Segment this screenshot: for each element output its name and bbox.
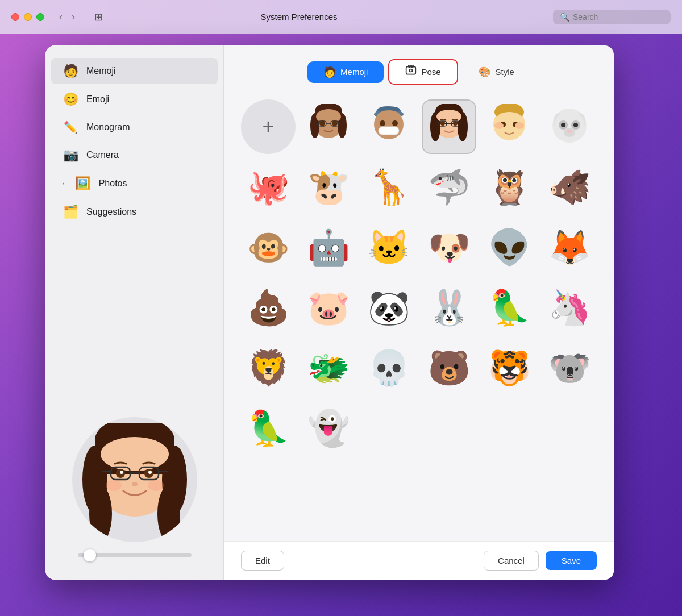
emoji-row-2: 🐙 🐮 🦒 🦈 🦉 🐗 (241, 160, 597, 214)
animal-green-parrot[interactable]: 🦜 (241, 401, 296, 455)
animal-panda[interactable]: 🐼 (361, 280, 416, 335)
svg-point-29 (316, 109, 341, 124)
emoji-row-3: 🐵 🤖 🐱 🐶 👽 🦊 (241, 220, 597, 274)
sidebar-item-suggestions[interactable]: 🗂️ Suggestions (51, 199, 218, 225)
svg-point-67 (561, 123, 565, 127)
sidebar-item-memoji-label: Memoji (86, 66, 116, 76)
avatar-container (45, 406, 223, 568)
slider-thumb[interactable] (84, 549, 96, 561)
memoji-cell-4[interactable] (482, 99, 537, 154)
search-icon: 🔍 (560, 13, 569, 22)
animal-cat[interactable]: 🐱 (361, 220, 416, 274)
animal-monkey[interactable]: 🐵 (241, 220, 296, 274)
sidebar-item-monogram-label: Monogram (86, 122, 130, 132)
svg-point-41 (392, 120, 398, 126)
svg-point-18 (106, 480, 122, 491)
memoji-cell-2[interactable] (361, 99, 416, 154)
svg-point-59 (494, 122, 504, 129)
animal-skull[interactable]: 💀 (361, 340, 416, 395)
svg-point-33 (319, 120, 325, 126)
tab-style-label: Style (496, 67, 514, 77)
svg-point-7 (101, 437, 169, 471)
tab-pose[interactable]: Pose (388, 59, 458, 85)
svg-rect-42 (379, 127, 399, 135)
sidebar-item-suggestions-label: Suggestions (86, 207, 136, 217)
tab-pose-icon (405, 65, 417, 79)
animal-rabbit[interactable]: 🐰 (422, 280, 476, 335)
animal-fox[interactable]: 🦊 (542, 220, 597, 274)
traffic-lights (11, 13, 44, 21)
camera-icon: 📷 (63, 148, 78, 163)
save-button[interactable]: Save (546, 551, 597, 570)
tab-pose-label: Pose (421, 67, 440, 77)
svg-point-40 (380, 120, 385, 126)
emoji-row-1: + (241, 99, 597, 154)
window-title: System Preferences (45, 12, 553, 22)
emoji-row-6: 🦜 👻 (241, 401, 597, 455)
memoji-cell-3[interactable] (422, 99, 476, 154)
animal-pig[interactable]: 🐷 (301, 280, 356, 335)
size-slider[interactable] (78, 553, 192, 557)
animal-koala[interactable]: 🐨 (542, 340, 597, 395)
tab-memoji-icon: 🧑 (323, 66, 336, 78)
emoji-row-5: 🦁 🐲 💀 🐻 🐯 🐨 (241, 340, 597, 395)
animal-bear[interactable]: 🐻 (422, 340, 476, 395)
tab-style[interactable]: 🎨 Style (463, 61, 530, 83)
animal-octopus[interactable]: 🐙 (241, 160, 296, 214)
photos-chevron-icon: › (63, 180, 65, 187)
animal-owl[interactable]: 🦉 (482, 160, 537, 214)
titlebar: ‹ › ⊞ System Preferences 🔍 (0, 0, 682, 34)
animal-shark[interactable]: 🦈 (422, 160, 476, 214)
animal-giraffe[interactable]: 🦒 (361, 160, 416, 214)
emoji-grid: + (224, 94, 614, 541)
search-input[interactable] (573, 13, 664, 22)
animal-tiger[interactable]: 🐯 (482, 340, 537, 395)
sidebar-item-photos[interactable]: › 🖼️ Photos (51, 170, 218, 197)
svg-point-53 (453, 121, 458, 126)
svg-point-52 (440, 121, 445, 126)
sidebar-item-monogram[interactable]: ✏️ Monogram (51, 115, 218, 140)
animal-robot[interactable]: 🤖 (301, 220, 356, 274)
memoji-cell-5[interactable] (542, 99, 597, 154)
sidebar-item-memoji[interactable]: 🧑 Memoji (51, 58, 218, 84)
animal-dragon[interactable]: 🐲 (301, 340, 356, 395)
cancel-button[interactable]: Cancel (484, 551, 539, 571)
svg-point-19 (148, 480, 164, 491)
svg-point-60 (515, 122, 524, 129)
sidebar-item-emoji-label: Emoji (86, 94, 109, 105)
svg-point-17 (132, 482, 138, 486)
avatar-svg (78, 423, 192, 536)
svg-point-15 (120, 471, 123, 474)
tab-memoji[interactable]: 🧑 Memoji (307, 61, 384, 83)
svg-point-68 (573, 123, 578, 127)
search-bar[interactable]: 🔍 (553, 10, 671, 24)
sidebar-item-camera[interactable]: 📷 Camera (51, 142, 218, 168)
animal-lion[interactable]: 🦁 (241, 340, 296, 395)
edit-button[interactable]: Edit (241, 551, 284, 571)
add-memoji-button[interactable]: + (241, 99, 296, 154)
tab-bar: 🧑 Memoji Pose 🎨 Style (224, 45, 614, 94)
animal-alien[interactable]: 👽 (482, 220, 537, 274)
minimize-button[interactable] (24, 13, 32, 21)
animal-dog[interactable]: 🐶 (422, 220, 476, 274)
tab-memoji-label: Memoji (340, 67, 368, 77)
sidebar-item-emoji[interactable]: 😊 Emoji (51, 86, 218, 113)
animal-ghost[interactable]: 👻 (301, 401, 356, 455)
photos-icon: 🖼️ (75, 176, 91, 191)
close-button[interactable] (11, 13, 19, 21)
main-content: 🧑 Memoji Pose 🎨 Style (224, 45, 614, 580)
svg-point-34 (332, 120, 338, 126)
animal-boar[interactable]: 🐗 (542, 160, 597, 214)
dialog: 🧑 Memoji 😊 Emoji ✏️ Monogram 📷 Camera › … (45, 45, 614, 580)
memoji-cell-1[interactable] (301, 99, 356, 154)
animal-unicorn[interactable]: 🦄 (542, 280, 597, 335)
svg-point-16 (148, 471, 152, 474)
animal-cow[interactable]: 🐮 (301, 160, 356, 214)
svg-rect-20 (406, 66, 416, 74)
action-bar: Edit Cancel Save (224, 541, 614, 580)
tab-style-icon: 🎨 (479, 66, 491, 78)
maximize-button[interactable] (36, 13, 44, 21)
animal-poop[interactable]: 💩 (241, 280, 296, 335)
animal-parrot[interactable]: 🦜 (482, 280, 537, 335)
emoji-row-4: 💩 🐷 🐼 🐰 🦜 🦄 (241, 280, 597, 335)
